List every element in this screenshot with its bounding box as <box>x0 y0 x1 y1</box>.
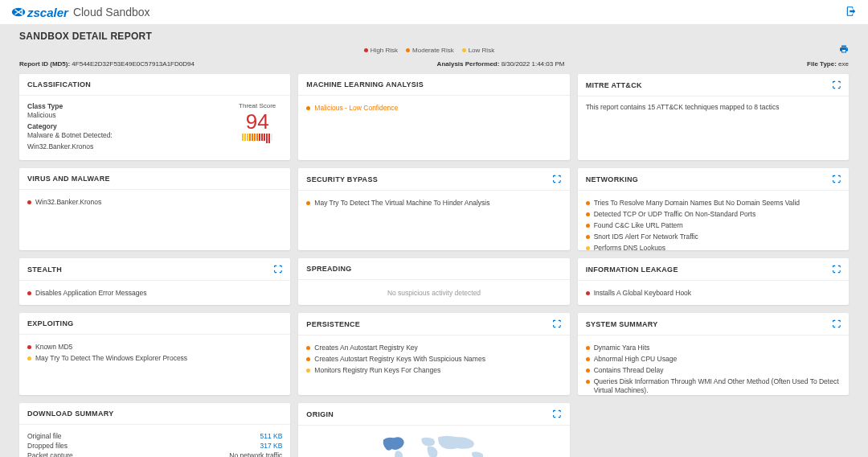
card-exploiting: EXPLOITING Known MD5May Try To Detect Th… <box>19 313 290 395</box>
card-persistence: PERSISTENCE⛶ Creates An Autostart Regist… <box>298 313 569 395</box>
category-label: Category <box>27 122 239 130</box>
download-label: Packet capture <box>27 451 73 457</box>
list-item: May Try To Detect The Virtual Machine To… <box>306 197 561 208</box>
card-networking: NETWORKING⛶ Tries To Resolve Many Domain… <box>578 168 849 250</box>
category: Malware & Botnet Detected: <box>27 131 239 139</box>
list-item: Win32.Banker.Kronos <box>27 196 282 208</box>
print-icon[interactable] <box>839 44 849 56</box>
card-title: VIRUS AND MALWARE <box>27 175 110 183</box>
risk-legend: High Risk Moderate Risk Low Risk <box>364 47 494 54</box>
expand-icon[interactable]: ⛶ <box>553 175 561 183</box>
download-row: Dropped files317 KB <box>27 441 282 451</box>
analysis-time: Analysis Performed: 8/30/2022 1:44:03 PM <box>437 60 565 68</box>
list-item: Contains Thread Delay <box>586 364 841 376</box>
card-origin: ORIGIN⛶ <box>298 403 569 457</box>
legend-moderate: Moderate Risk <box>412 47 454 54</box>
zscaler-logo: zscaler <box>11 6 68 19</box>
card-title: ORIGIN <box>306 410 334 418</box>
card-title: SECURITY BYPASS <box>306 175 378 183</box>
class-type-label: Class Type <box>27 102 239 110</box>
meta-row: Report ID (MD5): 4F544E2D32F53E49E0C5791… <box>0 59 868 74</box>
report-title: SANDBOX DETAIL REPORT <box>19 31 849 42</box>
expand-icon[interactable]: ⛶ <box>553 410 561 418</box>
logo: zscaler Cloud Sandbox <box>11 6 150 19</box>
card-system-summary: SYSTEM SUMMARY⛶ Dynamic Yara HitsAbnorma… <box>578 313 849 395</box>
card-title: MACHINE LEARNING ANALYSIS <box>306 80 424 89</box>
card-title: MITRE ATT&CK <box>586 81 642 89</box>
card-title: CLASSIFICATION <box>27 80 91 89</box>
card-virus-malware: VIRUS AND MALWARE Win32.Banker.Kronos <box>19 168 290 250</box>
sub-header: SANDBOX DETAIL REPORT High Risk Moderate… <box>0 24 868 59</box>
list-item: Detected TCP Or UDP Traffic On Non-Stand… <box>586 208 841 220</box>
card-title: DOWNLOAD SUMMARY <box>27 410 113 418</box>
list-item: Found C&C Like URL Pattern <box>586 220 841 231</box>
report-id: Report ID (MD5): 4F544E2D32F53E49E0C5791… <box>19 60 194 68</box>
card-title: EXPLOITING <box>27 319 74 327</box>
logout-icon[interactable] <box>845 6 857 19</box>
list-item: Installs A Global Keyboard Hook <box>586 287 841 298</box>
download-value[interactable]: 511 KB <box>260 432 282 440</box>
download-row: Original file511 KB <box>27 431 282 441</box>
list-item: Monitors Registry Run Keys For Changes <box>306 364 561 376</box>
card-mitre-attack: MITRE ATT&CK⛶ This report contains 15 AT… <box>578 74 849 160</box>
card-title: INFORMATION LEAKAGE <box>586 266 678 274</box>
card-stealth: STEALTH⛶ Disables Application Error Mess… <box>19 258 290 305</box>
list-item: Queries Disk Information Through WMI And… <box>586 376 841 395</box>
list-item: Creates Autostart Registry Keys With Sus… <box>306 353 561 364</box>
card-download-summary: DOWNLOAD SUMMARY Original file511 KBDrop… <box>19 403 290 457</box>
empty-message: No suspicious activity detected <box>306 286 561 298</box>
list-item: Snort IDS Alert For Network Traffic <box>586 231 841 242</box>
card-spreading: SPREADING No suspicious activity detecte… <box>298 258 569 305</box>
expand-icon[interactable]: ⛶ <box>553 319 561 328</box>
mitre-text: This report contains 15 ATT&CK technique… <box>586 103 780 111</box>
world-map <box>306 432 561 457</box>
list-item: Tries To Resolve Many Domain Names But N… <box>586 197 841 208</box>
card-title: SYSTEM SUMMARY <box>586 320 658 328</box>
top-bar: zscaler Cloud Sandbox <box>0 0 868 24</box>
expand-icon[interactable]: ⛶ <box>833 319 841 328</box>
card-classification: CLASSIFICATION Class Type Malicious Cate… <box>19 74 290 160</box>
list-item: Performs DNS Lookups <box>586 242 841 250</box>
legend-high: High Risk <box>371 47 398 54</box>
download-value: No network traffic <box>229 451 282 457</box>
list-item: Disables Application Error Messages <box>27 287 282 298</box>
class-type: Malicious <box>27 111 239 119</box>
list-item: Creates An Autostart Registry Key <box>306 342 561 353</box>
ml-item: Malicious - Low Confidence <box>306 102 561 113</box>
threat-score-label: Threat Score <box>239 102 276 109</box>
detected-name: Win32.Banker.Kronos <box>27 142 239 150</box>
list-item: Known MD5 <box>27 341 282 352</box>
threat-score-gauge <box>239 134 276 143</box>
card-title: PERSISTENCE <box>306 320 360 328</box>
download-label: Original file <box>27 432 62 440</box>
list-item: Dynamic Yara Hits <box>586 342 841 353</box>
expand-icon[interactable]: ⛶ <box>833 265 841 274</box>
brand-name: zscaler <box>27 6 68 19</box>
expand-icon[interactable]: ⛶ <box>833 175 841 183</box>
threat-score: 94 <box>239 111 276 132</box>
expand-icon[interactable]: ⛶ <box>833 80 841 89</box>
file-type: File Type: exe <box>807 60 849 68</box>
list-item: Abnormal High CPU Usage <box>586 353 841 364</box>
card-security-bypass: SECURITY BYPASS⛶ May Try To Detect The V… <box>298 168 569 250</box>
card-ml-analysis: MACHINE LEARNING ANALYSIS Malicious - Lo… <box>298 74 569 160</box>
download-value[interactable]: 317 KB <box>260 442 282 450</box>
legend-low: Low Risk <box>469 47 494 54</box>
product-name: Cloud Sandbox <box>73 6 150 19</box>
download-row: Packet captureNo network traffic <box>27 451 282 457</box>
list-item: May Try To Detect The Windows Explorer P… <box>27 352 282 364</box>
card-title: STEALTH <box>27 266 62 274</box>
card-title: NETWORKING <box>586 175 639 183</box>
card-info-leakage: INFORMATION LEAKAGE⛶ Installs A Global K… <box>578 258 849 305</box>
download-label: Dropped files <box>27 442 68 450</box>
card-title: SPREADING <box>306 265 351 273</box>
expand-icon[interactable]: ⛶ <box>274 265 282 274</box>
